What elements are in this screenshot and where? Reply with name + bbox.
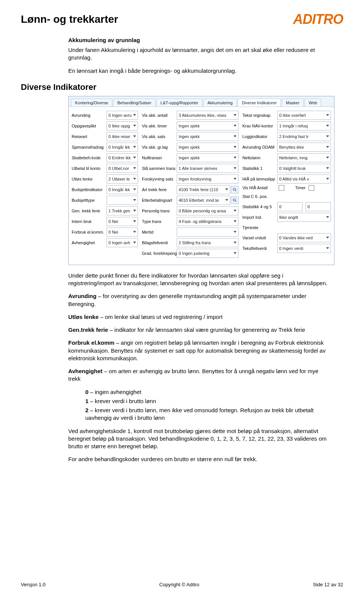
checkbox-label: Timer [295,185,306,190]
chevron-down-icon [225,188,228,190]
field-label: Vis akk. sats [142,134,177,139]
field-row: Budsjetttype [72,196,138,205]
chevron-down-icon [133,199,136,201]
tab-akkumulering[interactable]: Akkumulering [203,99,237,107]
dropdown[interactable]: 0 Ikke overført [277,111,331,120]
paragraph: Avrunding – for overstyring av den gener… [68,292,328,308]
dropdown[interactable]: 4010 Etterbet. mnd.lø [177,196,230,205]
tab-masker[interactable]: Masker [282,99,304,107]
field-row: Etterbetalingsart4010 Etterbet. mnd.lø [142,196,238,205]
field-row: Vis akk. antall3 Akkumuleres ikke, vises [142,111,238,120]
tab-web[interactable]: Web [304,99,321,107]
dropdown[interactable]: 0 Inngår ikk [107,185,138,194]
dropdown[interactable]: Benyttes ikke [277,143,331,152]
chevron-down-icon [133,178,136,180]
field-row: Vis HIÅ AntallTimer [242,185,331,191]
tab-kontering[interactable]: Kontering/Diverse [71,99,112,107]
chevron-down-icon [234,135,237,137]
tab-lt-oppg[interactable]: L&T-oppg/Rapporter [156,99,202,107]
dropdown[interactable]: 0 Inngår ikk [107,143,138,152]
input[interactable]: 0 [306,202,331,211]
field-row: Krav NAV-kontor1 Inngår i refusj [242,121,331,130]
field-label: Avhengighet [72,240,107,245]
chevron-down-icon [326,167,329,169]
dropdown[interactable]: Ingen sjekk [177,143,238,152]
dropdown[interactable]: 0 Ikke oppg [107,121,138,130]
input[interactable]: 0 [277,202,303,211]
tab-behandling[interactable]: Behandling/Satser [113,99,155,107]
dropdown[interactable]: 3 Akkumuleres ikke, vises [177,111,238,120]
dropdown[interactable]: 0 Ingen avh [107,238,138,247]
dropdown[interactable]: 0 Ingen justering [177,249,238,258]
field-label: Nulltranser [142,155,177,160]
field-label: Statistikk 1 [242,166,277,171]
dropdown[interactable]: 1 Trekk gen [107,206,138,215]
dropdown[interactable]: 4 Fast- og stillingstrans [177,217,238,226]
paragraph: Ved avhengighetskode 1, kontroll mot bru… [68,427,328,451]
checkbox[interactable] [279,185,284,191]
field-row: Utløs lenke2 Utløser le [72,174,138,184]
dropdown[interactable]: 0 Ikke reise: [107,132,138,141]
field-label: Type trans [142,219,177,224]
dropdown[interactable]: Ingen sjekk [177,121,238,130]
field-label: Oppgaveplikt [72,124,107,128]
chevron-down-icon [133,242,136,243]
checkbox[interactable] [309,185,314,191]
field-label: Loggindikator [242,134,277,139]
dropdown[interactable]: Ingen sjekk [177,153,238,162]
dropdown[interactable]: Ikke angitt [277,213,331,222]
dropdown[interactable]: 0 Utbet.nor [107,164,138,173]
field-row: Stat C 6. pos. [242,192,331,201]
field-row: Import Ind.Ikke angitt [242,213,331,222]
field-label: Avrunding DDAM [242,145,277,149]
dropdown[interactable]: Nettolønn, inng [277,153,331,162]
dropdown[interactable]: 4100 Trekk ferie (110 [177,185,230,194]
chevron-down-icon [326,146,329,148]
chevron-down-icon [234,178,237,180]
paragraph: For andre behandlingskoder vurderes om b… [68,455,328,463]
term-forbruk-el-komm: Forbruk el.komm [68,339,115,346]
dropdown[interactable] [107,196,138,205]
dropdown[interactable]: 0 Ingen verdi [277,244,331,253]
chevron-down-icon [326,216,329,218]
dropdown[interactable]: 0 Alltid vis HIÅ v [277,174,331,184]
field-label: Etterbetalingsart [142,198,177,203]
brand-logo: ADITRO [293,11,343,27]
field-label: Skattebeh.kode [72,155,107,160]
chevron-down-icon [326,178,329,180]
dropdown[interactable]: Ingen forskyvning [177,174,238,184]
lookup-button[interactable] [231,186,238,193]
field-label: Budsjettindikator [72,187,107,192]
dropdown[interactable]: 2 Stilling fra trans [177,238,238,247]
dropdown[interactable]: 0 Nei [107,228,138,237]
field-label: Bilagsfeltverdi [142,240,177,245]
section-heading-diverse: Diverse Indikatorer [21,82,343,92]
dropdown[interactable]: 2 Utløser le [107,174,138,184]
dropdown[interactable]: 1 Alle transer skrives [177,164,238,173]
field-row: HIÅ på lønnsslipp0 Alltid vis HIÅ v [242,174,331,184]
dropdown[interactable]: 1 Inngår i refusj [277,121,331,130]
footer-copyright: Copyright © Aditro [159,582,199,587]
dropdown[interactable]: 0 Ingen avru [107,111,138,120]
footer-version: Versjon 1.0 [21,582,46,587]
dropdown[interactable] [177,228,238,237]
lookup-button[interactable] [231,196,238,204]
svg-point-0 [233,188,235,190]
dropdown[interactable]: 0 Både personlig og ansa [177,206,238,215]
dropdown[interactable]: 2 Endring fast tr [277,132,331,141]
dropdown[interactable]: 0 Endrer ikk [107,153,138,162]
field-label: Forbruk el.komm. [72,230,107,234]
footer-page: Side 12 av 32 [313,582,343,587]
dropdown[interactable]: 0 Nei [107,217,138,226]
field-label: Vis HIÅ Antall [242,185,277,190]
field-row: Forbruk el.komm.0 Nei [72,228,138,237]
chevron-down-icon [326,237,329,239]
dropdown[interactable]: 0 Varsles ikke ved [277,233,331,242]
dropdown[interactable]: Ingen sjekk [177,132,238,141]
term-utlos-lenke: Utløs lenke [68,314,99,320]
dropdown[interactable]: 0 Valgfritt bruk [277,164,331,173]
field-row: Vis akk. satsIngen sjekk [142,132,238,141]
field-row: Vis akk. gr.lagIngen sjekk [142,143,238,152]
field-label: Utløs lenke [72,177,107,181]
tab-diverse-indikatorer[interactable]: Diverse Indikatorer [238,99,281,107]
